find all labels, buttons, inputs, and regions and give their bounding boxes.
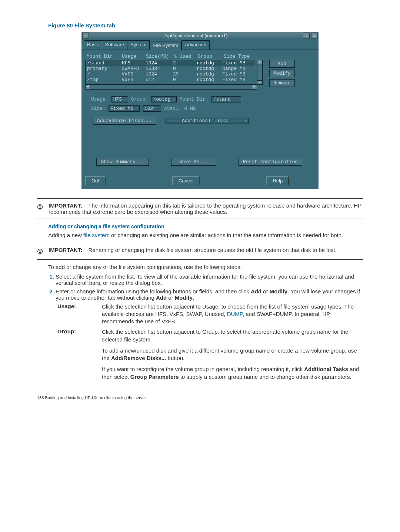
chevron-down-icon: ▭ xyxy=(124,97,126,101)
table-row[interactable]: /tmp VxFS 512 0 rootdg Fixed MB xyxy=(86,77,257,83)
lower-buttons: Show Summary... Save As... Reset Configu… xyxy=(96,158,315,166)
add-remove-disks-button[interactable]: Add/Remove Disks... xyxy=(93,117,156,125)
save-as-button[interactable]: Save As... xyxy=(171,158,216,166)
important-note-2: ① IMPORTANT: Renaming or changing the di… xyxy=(37,247,363,256)
important-text: The information appearing on this tab is… xyxy=(49,202,361,215)
def-usage-text: Click the selection list button adjacent… xyxy=(102,303,363,326)
additional-tasks-dropdown[interactable]: ---- Additional Tasks ---- ▭ xyxy=(166,118,249,124)
help-button[interactable]: Help xyxy=(266,176,289,185)
step-1: Select a file system from the list. To v… xyxy=(56,273,363,286)
horizontal-scrollbar[interactable]: ◄ ► xyxy=(85,85,257,90)
tab-software[interactable]: Software xyxy=(102,40,127,50)
col-usage: Usage xyxy=(122,54,146,59)
mount-label: Mount Dir: xyxy=(180,97,209,102)
panel: Mount Dir Usage Size(MB) % Used Group Si… xyxy=(81,50,319,174)
chevron-down-icon: ▭ xyxy=(245,119,247,123)
table-row[interactable]: / VxFS 1024 29 rootdg Fixed MB xyxy=(86,71,257,77)
scroll-right-icon[interactable]: ► xyxy=(252,85,257,89)
link-dump[interactable]: DUMP xyxy=(227,311,243,317)
reset-button[interactable]: Reset Configuration xyxy=(239,158,302,166)
def-usage-label: Usage: xyxy=(57,303,102,326)
link-file-system[interactable]: file system xyxy=(83,232,110,238)
table-row[interactable]: /stand HFS 1024 2 rootdg Fixed MB xyxy=(86,60,257,66)
subheading-adding: Adding or changing a file system configu… xyxy=(48,223,363,229)
tab-advanced[interactable]: Advanced xyxy=(181,40,210,50)
step-2: Enter or change information using the fo… xyxy=(56,288,363,301)
form-row-2: Size: Fixed MB ▭ 1024 Avail: 0 MB xyxy=(91,105,315,112)
scroll-left-icon[interactable]: ◄ xyxy=(86,85,90,89)
show-summary-button[interactable]: Show Summary... xyxy=(96,158,149,166)
modify-button[interactable]: Modify xyxy=(269,70,295,77)
figure-caption: Figure 80 File System tab xyxy=(48,22,363,28)
scroll-up-icon[interactable]: ▲ xyxy=(257,60,262,64)
important-icon: ① xyxy=(37,248,43,256)
important-note-1: ① IMPORTANT: The information appearing o… xyxy=(37,202,363,215)
chevron-down-icon: ▭ xyxy=(173,97,174,101)
table-header: Mount Dir Usage Size(MB) % Used Group Si… xyxy=(87,54,315,59)
minimize-icon[interactable]: · xyxy=(303,33,310,38)
paragraph: Adding a new file system or changing an … xyxy=(48,232,363,239)
important-icon: ① xyxy=(37,203,43,215)
tab-file-system[interactable]: File System xyxy=(149,41,182,50)
def-group-label: Group: xyxy=(57,328,102,381)
titlebar: — /opt/ignite/bin/itool (iuxmhrn1) · □ xyxy=(81,32,319,39)
paragraph: To add or change any of the file system … xyxy=(48,263,363,271)
add-button[interactable]: Add xyxy=(269,60,295,68)
tab-system[interactable]: System xyxy=(127,40,150,50)
steps-list: Select a file system from the list. To v… xyxy=(48,273,363,301)
mid-buttons: Add/Remove Disks... ---- Additional Task… xyxy=(93,117,315,125)
side-button-column: Add Modify Remove xyxy=(269,60,295,90)
important-text: Renaming or changing the disk file syste… xyxy=(89,247,337,253)
window-menu-icon[interactable]: — xyxy=(82,33,89,38)
usage-label: Usage: xyxy=(91,97,109,102)
size-input[interactable]: 1024 xyxy=(143,105,161,112)
bottom-bar: Go! Cancel Help xyxy=(81,174,319,189)
fs-table: /stand HFS 1024 2 rootdg Fixed MB primar… xyxy=(85,60,257,85)
vertical-scrollbar[interactable]: ▲ ▼ xyxy=(257,60,263,85)
size-label: Size: xyxy=(91,106,106,111)
tab-basic[interactable]: Basic xyxy=(84,40,102,50)
def-group-text: Click the selection list button adjacent… xyxy=(102,328,363,381)
group-dropdown[interactable]: rootdg ▭ xyxy=(151,96,176,102)
col-size-type: Size Type xyxy=(224,54,257,59)
go-button[interactable]: Go! xyxy=(85,176,106,185)
itool-window: — /opt/ignite/bin/itool (iuxmhrn1) · □ B… xyxy=(81,32,319,189)
col-group: Group xyxy=(198,54,224,59)
tablist: Basic Software System File System Advanc… xyxy=(81,39,319,50)
page-footer: 138 Booting and installing HP-UX on clie… xyxy=(37,395,363,400)
mount-dir-input[interactable]: /stand xyxy=(211,96,241,102)
window-title: /opt/ignite/bin/itool (iuxmhrn1) xyxy=(90,33,302,38)
definition-table: Usage: Click the selection list button a… xyxy=(57,303,363,381)
important-label: IMPORTANT: xyxy=(49,247,82,253)
col-size: Size(MB) xyxy=(146,54,174,59)
remove-button[interactable]: Remove xyxy=(269,79,295,87)
important-label: IMPORTANT: xyxy=(49,202,82,209)
chevron-down-icon: ▭ xyxy=(136,107,137,111)
form-row-1: Usage: HFS ▭ Group: rootdg ▭ Mount Dir: … xyxy=(91,96,315,102)
avail-label: Avail: 0 MB xyxy=(164,106,196,111)
maximize-icon[interactable]: □ xyxy=(311,33,318,38)
usage-dropdown[interactable]: HFS ▭ xyxy=(111,96,128,102)
cancel-button[interactable]: Cancel xyxy=(172,176,200,185)
scroll-down-icon[interactable]: ▼ xyxy=(257,80,262,84)
group-label: Group: xyxy=(131,97,149,102)
col-mount-dir: Mount Dir xyxy=(87,54,122,59)
col-pct-used: % Used xyxy=(174,54,198,59)
table-row[interactable]: primary SWAP+D 16384 0 rootdg Range MB xyxy=(86,66,257,71)
size-type-dropdown[interactable]: Fixed MB ▭ xyxy=(109,105,140,112)
